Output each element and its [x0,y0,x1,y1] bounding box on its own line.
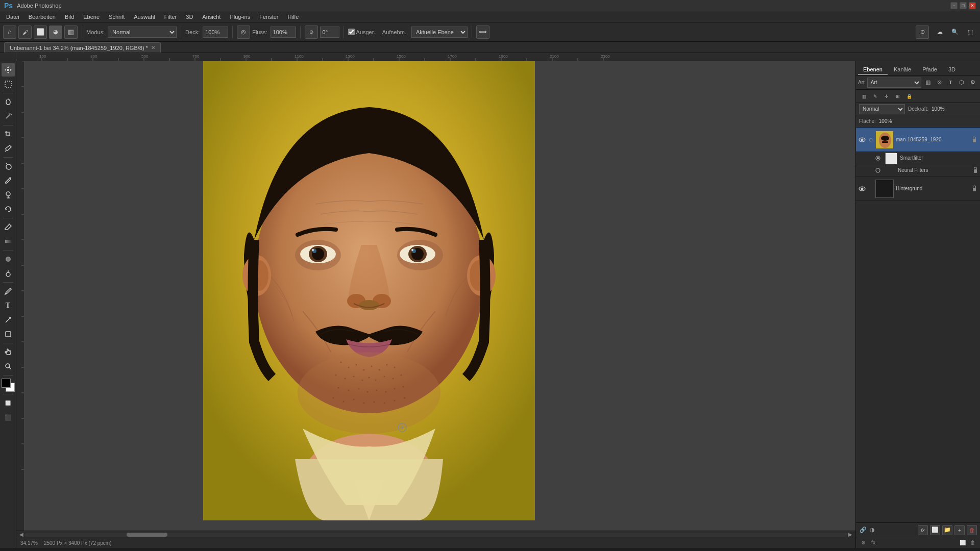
layer-eye-man[interactable] [858,136,866,144]
menu-filter[interactable]: Filter [160,13,181,21]
color-swatches[interactable] [2,379,15,392]
bottom-new-layer-button[interactable]: ⬜ [959,539,967,547]
brush-flow-button[interactable]: ▥ [64,26,78,39]
tab-3d[interactable]: 3D [943,65,961,75]
bottom-delete-layer-button[interactable]: 🗑 [969,539,977,547]
quick-mask-button[interactable]: ⬜ [2,396,15,410]
workspace-button[interactable]: ⬚ [964,26,977,39]
scrollbar-thumb[interactable] [127,533,167,537]
layer-eye-hintergrund[interactable] [858,185,866,193]
symmetry-button[interactable]: ⟺ [476,26,489,39]
bottom-settings-button[interactable]: ⚙ [859,539,867,547]
zoom-tool-button[interactable] [2,360,15,373]
screen-mode-button[interactable]: ⬛ [2,411,15,424]
angle-input[interactable] [320,27,339,38]
filter-kind-select[interactable]: Art [867,78,921,88]
fill-value[interactable]: 100% [879,118,892,124]
layer-delete-button[interactable]: 🗑 [967,525,977,535]
foreground-color-swatch[interactable] [2,379,11,388]
layers-adjust-button[interactable]: ◑ [868,526,876,534]
layer-item-man[interactable]: man-1845259_1920 [856,128,980,152]
layer-group-button[interactable]: 📁 [942,525,952,535]
minimize-button[interactable]: − [950,2,958,9]
layer-item-hintergrund[interactable]: Hintergrund [856,177,980,201]
menu-3d[interactable]: 3D [182,13,197,21]
menu-schrift[interactable]: Schrift [105,13,129,21]
document-tab[interactable]: Unbenannt-1 bei 34,2% (man-1845259_1920,… [4,42,161,53]
opacity-value[interactable]: 100% [932,106,952,112]
lasso-tool-button[interactable] [2,95,15,109]
layer-new-button[interactable]: + [954,525,965,535]
path-select-tool-button[interactable] [2,313,15,327]
lock-artboard-button[interactable]: ⊞ [893,91,903,102]
menu-datei[interactable]: Datei [2,13,23,21]
brush-tool-button[interactable] [2,174,15,187]
title-bar-controls[interactable]: − □ ✕ [950,2,976,9]
menu-ansicht[interactable]: Ansicht [198,13,225,21]
cloud-button[interactable]: ☁ [933,26,946,39]
brush-opacity-button[interactable]: ◕ [49,26,62,39]
tab-close-button[interactable]: ✕ [151,45,155,51]
scroll-left-button[interactable]: ◀ [18,532,24,538]
scrollbar-horizontal[interactable]: ◀ ▶ [16,531,855,538]
filter-text-button[interactable]: T [945,78,955,88]
magic-wand-tool-button[interactable] [2,110,15,123]
airbrush-button[interactable]: ◎ [237,26,250,39]
menu-bild[interactable]: Bild [61,13,78,21]
filter-adjust-button[interactable]: ⊙ [934,78,944,88]
canvas-scroll-area[interactable] [24,61,855,531]
search-button[interactable]: 🔍 [948,26,962,39]
home-button[interactable]: ⌂ [3,26,16,39]
tab-kanaele[interactable]: Kanäle [889,65,916,75]
aufnehm-select[interactable]: Aktuelle Ebene Alle Ebenen [411,27,468,38]
filter-shape-button[interactable]: ⬡ [957,78,967,88]
shape-tool-button[interactable] [2,328,15,341]
scroll-right-button[interactable]: ▶ [847,532,853,538]
maximize-button[interactable]: □ [960,2,967,9]
angle-button[interactable]: ⊙ [305,26,318,39]
layer-mask-button[interactable]: ⬜ [930,525,940,535]
sublayer-neural[interactable]: Neural Filters [856,164,980,177]
pen-tool-button[interactable] [2,285,15,298]
eyedropper-tool-button[interactable] [2,142,15,155]
stamp-tool-button[interactable] [2,188,15,202]
heal-tool-button[interactable] [2,160,15,173]
menu-hilfe[interactable]: Hilfe [283,13,303,21]
menu-bearbeiten[interactable]: Bearbeiten [24,13,60,21]
close-button[interactable]: ✕ [969,2,976,9]
history-brush-tool-button[interactable] [2,203,15,216]
tab-ebenen[interactable]: Ebenen [858,65,888,75]
ausger-checkbox[interactable] [348,29,355,35]
lock-position-button[interactable]: ✛ [881,91,892,102]
dodge-tool-button[interactable] [2,267,15,280]
tab-pfade[interactable]: Pfade [917,65,942,75]
lock-pixels-button[interactable]: ✎ [870,91,880,102]
fluss-input[interactable] [271,27,296,38]
eraser-tool-button[interactable] [2,220,15,234]
extra-button[interactable]: ⊙ [916,26,929,39]
crop-tool-button[interactable] [2,128,15,141]
menu-auswahl[interactable]: Auswahl [130,13,159,21]
sublayer-smartfilter[interactable]: Smartfilter [856,152,980,164]
lock-all-button[interactable]: 🔒 [904,91,914,102]
filter-pixel-button[interactable]: ▥ [923,78,933,88]
gradient-tool-button[interactable] [2,235,15,248]
rect-select-tool-button[interactable] [2,78,15,91]
blur-tool-button[interactable] [2,253,15,266]
text-tool-button[interactable]: T [2,299,15,312]
hand-tool-button[interactable] [2,345,15,359]
menu-ebene[interactable]: Ebene [79,13,104,21]
layer-fx-button[interactable]: fx [918,525,928,535]
brush-settings-button[interactable]: ⬜ [34,26,47,39]
scrollbar-track[interactable] [24,533,847,537]
deck-input[interactable] [203,27,228,38]
menu-fenster[interactable]: Fenster [255,13,282,21]
bottom-adjust-button[interactable]: fx [869,539,877,547]
menu-plugins[interactable]: Plug-ins [226,13,254,21]
filter-smart-button[interactable]: ⚙ [968,78,978,88]
lock-transparency-button[interactable]: ▥ [859,91,869,102]
layers-link-button[interactable]: 🔗 [859,526,867,534]
move-tool-button[interactable] [2,63,15,77]
blend-mode-select[interactable]: Normal Multiplizieren [859,104,905,114]
mode-select[interactable]: Normal Multiplizieren Negativ multiplizi… [108,27,177,38]
